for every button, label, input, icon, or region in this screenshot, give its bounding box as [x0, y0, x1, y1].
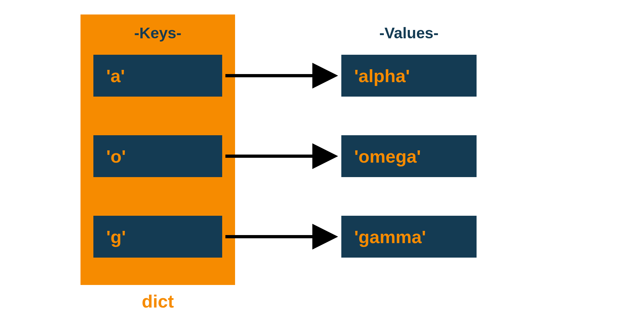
diagram-stage: -Keys- -Values- 'a' 'alpha' 'o' 'omega' …: [0, 0, 644, 322]
key-cell-2: 'g': [93, 216, 222, 258]
values-heading: -Values-: [341, 24, 477, 42]
key-cell-1: 'o': [93, 135, 222, 177]
value-cell-2: 'gamma': [341, 216, 477, 258]
keys-heading: -Keys-: [80, 24, 235, 42]
value-cell-1: 'omega': [341, 135, 477, 177]
dict-label: dict: [80, 291, 235, 312]
key-cell-0: 'a': [93, 55, 222, 97]
value-cell-0: 'alpha': [341, 55, 477, 97]
